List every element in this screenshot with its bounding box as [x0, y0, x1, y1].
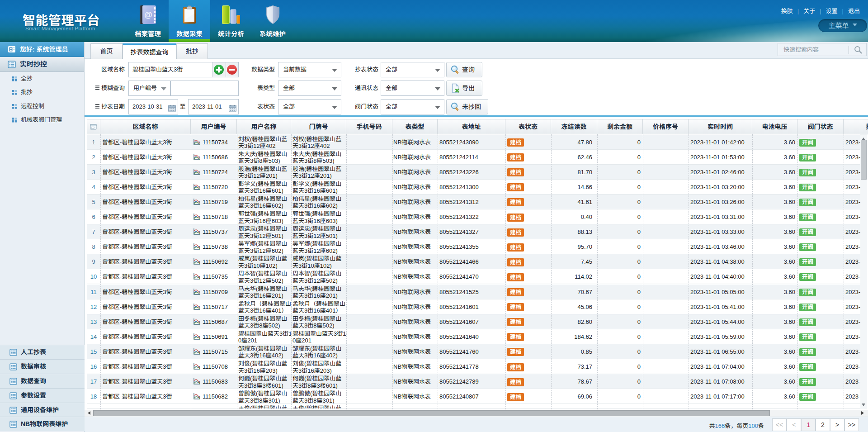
- svg-text:@: @: [144, 10, 152, 19]
